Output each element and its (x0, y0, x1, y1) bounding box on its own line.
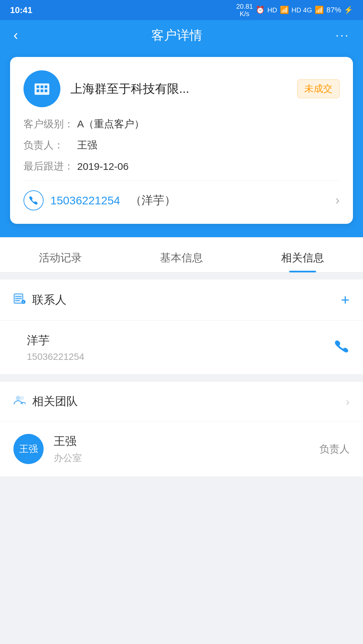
customer-level-row: 客户级别： A（重点客户） (23, 117, 340, 131)
svg-rect-4 (37, 89, 39, 92)
svg-rect-1 (37, 85, 39, 88)
team-section: 相关团队 › 王强 王强 办公室 负责人 (0, 381, 363, 477)
customer-follow-row: 最后跟进： 2019-12-06 (23, 159, 340, 173)
contact-name: 洋芋 (27, 333, 84, 348)
add-contact-button[interactable]: + (341, 292, 350, 308)
contact-item: 洋芋 15036221254 (0, 321, 363, 375)
phone-left: 15036221254 （洋芋） (23, 190, 176, 210)
tab-basic-info[interactable]: 基本信息 (147, 244, 216, 272)
customer-card: 上海群至于科技有限... 未成交 客户级别： A（重点客户） 负责人： 王强 最… (10, 57, 353, 224)
svg-rect-0 (35, 83, 49, 95)
content-area: ≡ 联系人 + 洋芋 15036221254 (0, 279, 363, 477)
team-chevron-icon: › (346, 395, 350, 408)
tabs-container: 活动记录 基本信息 相关信息 (0, 237, 363, 272)
status-time: 10:41 (10, 5, 33, 15)
svg-rect-5 (41, 89, 43, 92)
follow-label: 最后跟进： (23, 159, 77, 173)
team-section-header[interactable]: 相关团队 › (0, 381, 363, 422)
battery-icon: ⚡ (344, 6, 353, 14)
signal-icon: 📶 (280, 6, 289, 14)
phone-chevron-icon: › (335, 193, 340, 207)
battery-percent: 87% (326, 6, 341, 14)
page-title: 客户详情 (151, 27, 202, 44)
svg-text:≡: ≡ (22, 300, 24, 304)
member-name: 王强 (54, 434, 309, 449)
hd-4g-label: HD 4G (292, 6, 312, 14)
contacts-title: 联系人 (32, 292, 66, 308)
tab-activity[interactable]: 活动记录 (25, 244, 95, 272)
bottom-area (0, 477, 363, 544)
svg-rect-6 (45, 89, 47, 92)
team-title: 相关团队 (32, 394, 78, 409)
contacts-title-group: ≡ 联系人 (13, 292, 66, 308)
svg-point-14 (16, 396, 20, 400)
team-icon (13, 394, 25, 409)
tab-related-info[interactable]: 相关信息 (268, 244, 338, 272)
status-right-icons: 20.81K/s ⏰ HD 📶 HD 4G 📶 87% ⚡ (236, 3, 353, 17)
level-label: 客户级别： (23, 117, 77, 131)
contact-phone: 15036221254 (27, 351, 84, 362)
svg-point-15 (20, 396, 24, 400)
team-member-item: 王强 王强 办公室 负责人 (0, 422, 363, 477)
customer-owner-row: 负责人： 王强 (23, 138, 340, 152)
owner-label: 负责人： (23, 138, 77, 152)
alarm-icon: ⏰ (256, 6, 265, 14)
more-button[interactable]: ··· (335, 28, 350, 42)
svg-rect-2 (41, 85, 43, 88)
phone-number[interactable]: 15036221254 (50, 194, 120, 207)
follow-value: 2019-12-06 (77, 161, 128, 172)
status-bar: 10:41 20.81K/s ⏰ HD 📶 HD 4G 📶 87% ⚡ (0, 0, 363, 20)
contact-info: 洋芋 15036221254 (27, 333, 84, 362)
network-speed: 20.81K/s (236, 3, 253, 17)
phone-row[interactable]: 15036221254 （洋芋） › (23, 181, 340, 210)
svg-rect-3 (45, 85, 47, 88)
signal2-icon: 📶 (315, 6, 324, 14)
contacts-icon: ≡ (13, 293, 25, 307)
owner-value: 王强 (77, 138, 97, 152)
team-title-group: 相关团队 (13, 394, 78, 409)
member-info: 王强 办公室 (54, 434, 309, 464)
member-dept: 办公室 (54, 452, 309, 464)
customer-header: 上海群至于科技有限... 未成交 (23, 70, 340, 107)
contacts-section-header: ≡ 联系人 + (0, 279, 363, 321)
nav-bar: ‹ 客户详情 ··· (0, 20, 363, 50)
level-value: A（重点客户） (77, 117, 144, 131)
member-role: 负责人 (319, 442, 350, 456)
company-name: 上海群至于科技有限... (70, 81, 287, 97)
status-badge: 未成交 (297, 79, 340, 98)
member-avatar: 王强 (13, 434, 44, 464)
hd-label: HD (267, 6, 277, 14)
phone-contact-name: （洋芋） (130, 193, 176, 208)
phone-icon-circle (23, 190, 44, 210)
customer-card-wrapper: 上海群至于科技有限... 未成交 客户级别： A（重点客户） 负责人： 王强 最… (0, 50, 363, 237)
company-avatar (23, 70, 60, 107)
call-contact-button[interactable] (333, 338, 350, 357)
back-button[interactable]: ‹ (13, 27, 18, 43)
